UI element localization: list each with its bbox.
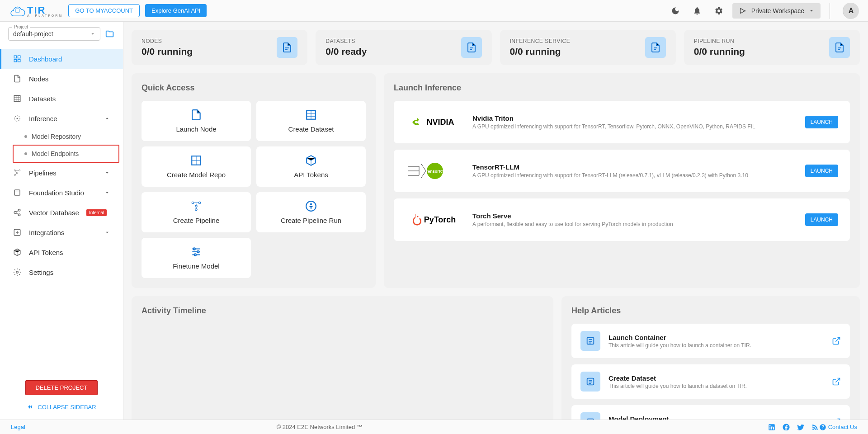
sidebar-item-datasets[interactable]: Datasets bbox=[0, 89, 123, 108]
qa-create-model-repo[interactable]: Create Model Repo bbox=[142, 146, 251, 187]
sidebar-item-label: Dashboard bbox=[29, 55, 62, 63]
svg-point-30 bbox=[197, 251, 199, 253]
explore-genai-button[interactable]: Explore GenAI API bbox=[145, 4, 207, 17]
svg-point-26 bbox=[195, 208, 197, 210]
cloud-icon bbox=[9, 3, 25, 19]
external-link-icon[interactable] bbox=[832, 336, 841, 345]
main-content: NODES0/0 running DATASETS0/0 ready INFER… bbox=[123, 22, 868, 420]
table-icon bbox=[13, 94, 22, 103]
inference-card-torchserve: PyTorch Torch ServeA performant, flexibl… bbox=[394, 198, 850, 241]
legal-link[interactable]: Legal bbox=[11, 424, 25, 430]
launch-button[interactable]: LAUNCH bbox=[805, 116, 838, 128]
sidebar-item-model-endpoints[interactable]: Model Endpoints bbox=[13, 145, 119, 163]
sidebar-item-label: API Tokens bbox=[29, 249, 63, 256]
collapse-sidebar-button[interactable]: COLLAPSE SIDEBAR bbox=[9, 403, 114, 410]
rss-icon[interactable] bbox=[811, 423, 819, 431]
stat-card-pipeline[interactable]: PIPELINE RUN0/0 running bbox=[684, 30, 860, 65]
sidebar-item-settings[interactable]: Settings bbox=[0, 262, 123, 282]
project-select[interactable]: Project default-project bbox=[8, 27, 100, 41]
sidebar-item-model-repository[interactable]: Model Repository bbox=[0, 128, 123, 145]
copyright: © 2024 E2E Networks Limited ™ bbox=[25, 424, 614, 430]
svg-point-1 bbox=[740, 8, 741, 9]
qa-create-pipeline[interactable]: Create Pipeline bbox=[142, 192, 251, 232]
qa-api-tokens[interactable]: API Tokens bbox=[256, 146, 366, 187]
twitter-icon[interactable] bbox=[797, 423, 805, 431]
help-card: Create DatasetThis article will guide yo… bbox=[571, 364, 850, 399]
plus-box-icon bbox=[13, 228, 22, 237]
svg-point-25 bbox=[195, 205, 197, 207]
sidebar-item-inference[interactable]: Inference bbox=[0, 108, 123, 128]
svg-point-16 bbox=[18, 209, 20, 212]
sidebar-item-integrations[interactable]: Integrations bbox=[0, 222, 123, 242]
inference-card-tensorrt: TensorRT TensorRT-LLMA GPU optimized inf… bbox=[394, 150, 850, 192]
run-icon bbox=[305, 200, 317, 212]
delete-project-button[interactable]: DELETE PROJECT bbox=[25, 380, 98, 395]
article-icon bbox=[580, 372, 600, 392]
internal-badge: Internal bbox=[86, 209, 107, 216]
chevron-down-icon bbox=[90, 31, 95, 37]
help-icon bbox=[819, 424, 826, 431]
panel-title: Launch Inference bbox=[394, 83, 850, 93]
help-card: Launch ContainerThis article will guide … bbox=[571, 324, 850, 358]
sidebar-item-pipelines[interactable]: Pipelines bbox=[0, 163, 123, 183]
sidebar-item-api-tokens[interactable]: API Tokens bbox=[0, 242, 123, 262]
share-icon bbox=[13, 208, 22, 217]
sidebar-item-nodes[interactable]: Nodes bbox=[0, 69, 123, 89]
sidebar-item-dashboard[interactable]: Dashboard bbox=[0, 49, 123, 69]
sidebar-item-label: Model Repository bbox=[32, 133, 81, 140]
stat-card-nodes[interactable]: NODES0/0 running bbox=[132, 30, 307, 65]
article-icon bbox=[580, 412, 600, 420]
qa-finetune-model[interactable]: Finetune Model bbox=[142, 238, 251, 278]
activity-timeline-panel: Activity Timeline bbox=[132, 296, 553, 420]
qa-create-dataset[interactable]: Create Dataset bbox=[256, 101, 366, 141]
dark-mode-icon[interactable] bbox=[667, 3, 684, 19]
gear-icon[interactable] bbox=[711, 3, 727, 19]
tensorrt-logo: TensorRT bbox=[406, 160, 460, 182]
facebook-icon[interactable] bbox=[782, 423, 790, 431]
database-icon bbox=[13, 188, 22, 197]
table-icon bbox=[190, 155, 202, 166]
contact-us-link[interactable]: Contact Us bbox=[819, 424, 857, 431]
linkedin-icon[interactable] bbox=[768, 423, 776, 431]
qa-create-pipeline-run[interactable]: Create Pipeline Run bbox=[256, 192, 366, 232]
chevron-down-icon bbox=[104, 229, 110, 236]
svg-text:TensorRT: TensorRT bbox=[425, 169, 444, 174]
file-icon bbox=[13, 74, 22, 83]
qa-launch-node[interactable]: Launch Node bbox=[142, 101, 251, 141]
sidebar-item-vector-database[interactable]: Vector Database Internal bbox=[0, 203, 123, 222]
svg-point-17 bbox=[14, 212, 16, 214]
svg-point-9 bbox=[17, 118, 18, 119]
chevron-left-icon bbox=[27, 403, 34, 410]
quick-access-panel: Quick Access Launch Node Create Dataset … bbox=[132, 73, 376, 288]
svg-point-20 bbox=[16, 271, 19, 274]
cube-icon bbox=[305, 155, 317, 166]
chevron-down-icon bbox=[104, 170, 110, 176]
panel-title: Quick Access bbox=[142, 83, 366, 93]
myaccount-button[interactable]: GO TO MYACCOUNT bbox=[68, 4, 140, 17]
workspace-name: Private Workspace bbox=[751, 7, 804, 14]
folder-icon[interactable] bbox=[105, 29, 115, 39]
svg-point-28 bbox=[310, 203, 312, 205]
logo[interactable]: TIR AI PLATFORM bbox=[9, 3, 63, 19]
sidebar-item-foundation-studio[interactable]: Foundation Studio bbox=[0, 183, 123, 203]
launch-button[interactable]: LAUNCH bbox=[805, 165, 838, 177]
file-icon bbox=[190, 109, 202, 121]
pipeline-icon bbox=[13, 168, 22, 177]
launch-button[interactable]: LAUNCH bbox=[805, 213, 838, 226]
external-link-icon[interactable] bbox=[832, 418, 841, 420]
pytorch-logo: PyTorch bbox=[406, 208, 460, 231]
bell-icon[interactable] bbox=[689, 3, 705, 19]
stat-card-inference[interactable]: INFERENCE SERVICE0/0 running bbox=[500, 30, 676, 65]
workspace-selector[interactable]: Private Workspace bbox=[732, 3, 821, 19]
table-icon bbox=[305, 109, 317, 121]
external-link-icon[interactable] bbox=[832, 377, 841, 386]
svg-point-23 bbox=[192, 202, 193, 203]
svg-point-38 bbox=[812, 428, 814, 429]
logo-subtitle: AI PLATFORM bbox=[27, 14, 63, 17]
document-icon bbox=[461, 37, 482, 58]
cube-icon bbox=[13, 248, 22, 257]
svg-rect-37 bbox=[587, 419, 594, 420]
stat-card-datasets[interactable]: DATASETS0/0 ready bbox=[316, 30, 491, 65]
avatar[interactable]: A bbox=[843, 3, 859, 19]
svg-point-12 bbox=[19, 170, 20, 171]
